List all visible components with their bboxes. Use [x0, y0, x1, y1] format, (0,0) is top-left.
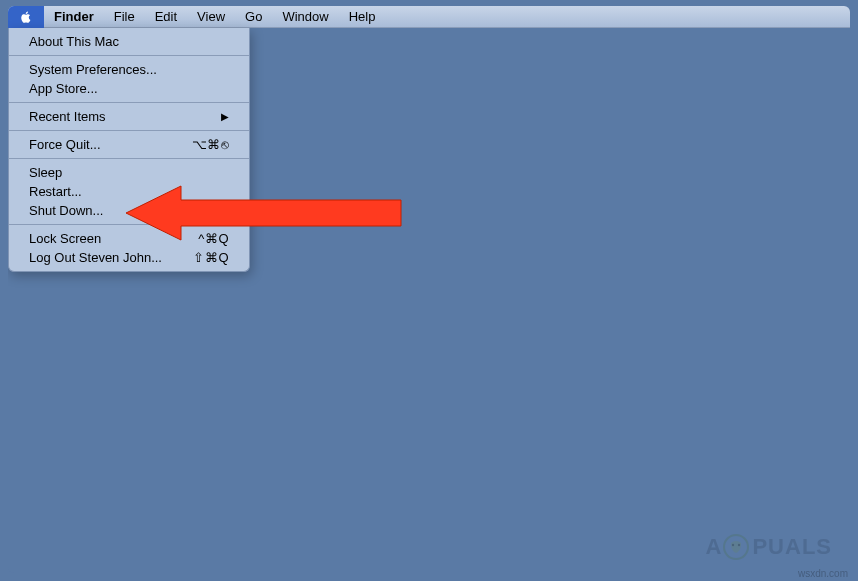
menu-shortcut: ⌥⌘⎋ — [192, 137, 230, 152]
menu-app-name[interactable]: Finder — [44, 6, 104, 28]
desktop-container: Finder File Edit View Go Window Help Abo… — [8, 6, 850, 573]
menu-shortcut: ^⌘Q — [198, 231, 229, 246]
apple-menu-dropdown: About This Mac System Preferences... App… — [8, 28, 250, 272]
attribution-text: wsxdn.com — [798, 568, 848, 579]
menu-item-label: App Store... — [29, 81, 98, 96]
menu-window[interactable]: Window — [272, 6, 338, 28]
menu-separator — [9, 102, 249, 103]
svg-point-3 — [738, 544, 740, 546]
menu-about-this-mac[interactable]: About This Mac — [9, 32, 249, 51]
menu-restart[interactable]: Restart... — [9, 182, 249, 201]
menu-app-store[interactable]: App Store... — [9, 79, 249, 98]
menu-shortcut: ⇧⌘Q — [193, 250, 229, 265]
watermark-text-before: A — [706, 534, 723, 560]
menu-item-label: Recent Items — [29, 109, 106, 124]
menu-go[interactable]: Go — [235, 6, 272, 28]
watermark: A PUALS — [706, 533, 832, 561]
menu-item-label: Log Out Steven John... — [29, 250, 162, 265]
menu-lock-screen[interactable]: Lock Screen ^⌘Q — [9, 229, 249, 248]
svg-point-2 — [732, 544, 734, 546]
menu-sleep[interactable]: Sleep — [9, 163, 249, 182]
menu-item-label: Lock Screen — [29, 231, 101, 246]
menu-item-label: Sleep — [29, 165, 62, 180]
menu-item-label: Force Quit... — [29, 137, 101, 152]
apple-icon — [19, 10, 33, 24]
menu-separator — [9, 55, 249, 56]
menu-shut-down[interactable]: Shut Down... — [9, 201, 249, 220]
watermark-text-after: PUALS — [752, 534, 832, 560]
menu-separator — [9, 130, 249, 131]
menu-item-label: Restart... — [29, 184, 82, 199]
menu-recent-items[interactable]: Recent Items ▶ — [9, 107, 249, 126]
menu-item-label: Shut Down... — [29, 203, 103, 218]
menu-view[interactable]: View — [187, 6, 235, 28]
submenu-arrow-icon: ▶ — [221, 111, 229, 122]
menu-bar: Finder File Edit View Go Window Help — [8, 6, 850, 28]
menu-item-label: System Preferences... — [29, 62, 157, 77]
menu-force-quit[interactable]: Force Quit... ⌥⌘⎋ — [9, 135, 249, 154]
menu-system-preferences[interactable]: System Preferences... — [9, 60, 249, 79]
menu-item-label: About This Mac — [29, 34, 119, 49]
menu-separator — [9, 158, 249, 159]
menu-log-out[interactable]: Log Out Steven John... ⇧⌘Q — [9, 248, 249, 267]
menu-file[interactable]: File — [104, 6, 145, 28]
menu-separator — [9, 224, 249, 225]
menu-edit[interactable]: Edit — [145, 6, 187, 28]
menu-help[interactable]: Help — [339, 6, 386, 28]
watermark-logo-icon — [722, 533, 750, 561]
apple-menu-button[interactable] — [8, 6, 44, 28]
